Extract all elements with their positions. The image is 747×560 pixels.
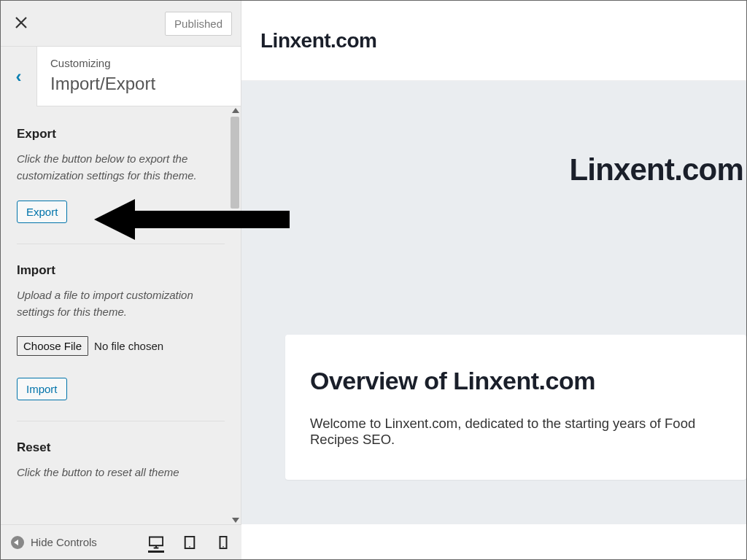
close-icon bbox=[15, 17, 27, 28]
card-heading: Overview of Linxent.com bbox=[310, 367, 721, 395]
close-button[interactable] bbox=[9, 9, 33, 37]
section-divider bbox=[17, 244, 225, 244]
mobile-preview-button[interactable] bbox=[215, 534, 231, 551]
tablet-icon bbox=[182, 536, 197, 549]
scroll-down-icon[interactable] bbox=[232, 518, 239, 523]
site-title-large: Linxent.com bbox=[569, 152, 746, 187]
tablet-preview-button[interactable] bbox=[182, 534, 198, 551]
content-card: Overview of Linxent.com Welcome to Linxe… bbox=[285, 335, 746, 480]
preview-pane: Linxent.com Linxent.com Overview of Linx… bbox=[241, 1, 746, 524]
reset-description: Click the button to reset all theme bbox=[17, 464, 225, 481]
mobile-icon bbox=[216, 536, 231, 549]
panel-title: Import/Export bbox=[50, 74, 228, 94]
choose-file-button[interactable]: Choose File bbox=[17, 336, 88, 356]
hide-controls-button[interactable]: Hide Controls bbox=[11, 536, 97, 549]
site-title-small: Linxent.com bbox=[260, 29, 376, 52]
import-button[interactable]: Import bbox=[17, 378, 67, 400]
card-body: Welcome to Linxent.com, dedicated to the… bbox=[310, 416, 721, 448]
scrollbar[interactable] bbox=[231, 106, 239, 524]
chevron-left-icon: ‹ bbox=[16, 66, 22, 87]
export-description: Click the button below to export the cus… bbox=[17, 150, 225, 184]
no-file-label: No file chosen bbox=[94, 340, 163, 352]
desktop-preview-button[interactable] bbox=[148, 537, 164, 553]
scroll-up-icon[interactable] bbox=[232, 108, 239, 113]
section-divider bbox=[17, 421, 225, 421]
export-button[interactable]: Export bbox=[17, 201, 67, 223]
import-heading: Import bbox=[17, 263, 225, 278]
export-heading: Export bbox=[17, 127, 225, 141]
hide-controls-label: Hide Controls bbox=[31, 536, 97, 548]
svg-point-5 bbox=[222, 546, 224, 548]
collapse-icon bbox=[11, 536, 24, 549]
reset-heading: Reset bbox=[17, 440, 225, 455]
svg-point-3 bbox=[189, 546, 190, 548]
back-button[interactable]: ‹ bbox=[1, 47, 37, 106]
published-button[interactable]: Published bbox=[165, 12, 232, 36]
customizing-eyebrow: Customizing bbox=[50, 57, 228, 69]
import-description: Upload a file to import customization se… bbox=[17, 287, 225, 321]
desktop-icon bbox=[149, 536, 163, 549]
scroll-thumb[interactable] bbox=[231, 117, 239, 209]
svg-rect-1 bbox=[150, 537, 163, 545]
